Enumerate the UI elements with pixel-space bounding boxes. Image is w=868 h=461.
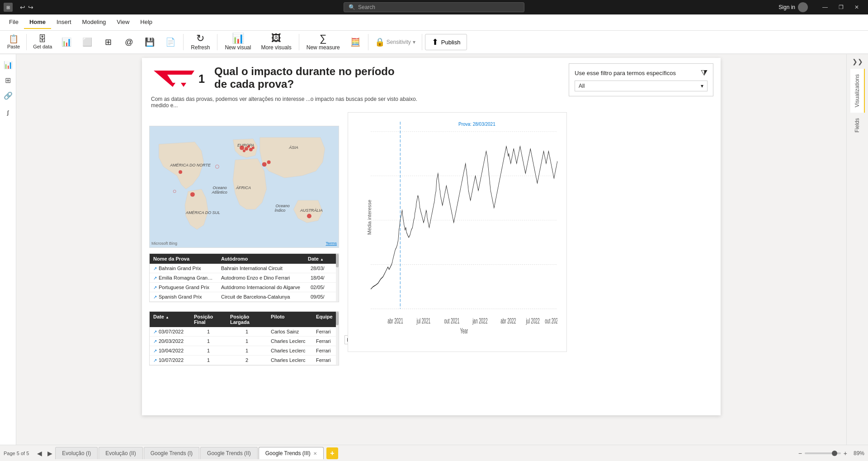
zoom-control: − + 89% <box>798 450 864 457</box>
undo-redo-group: ↩ ↪ <box>20 4 33 11</box>
sidebar-data-icon[interactable]: ⊞ <box>1 73 15 87</box>
th-nome: Nome da Prova <box>150 254 217 264</box>
sidebar-report-icon[interactable]: 📊 <box>1 58 15 71</box>
table-row: ↗10/04/2022 1 1 Charles Leclerc Ferrari <box>150 346 339 356</box>
more-visuals-button[interactable]: 🖼 More visuals <box>256 32 296 52</box>
svg-point-6 <box>247 145 250 148</box>
publish-button[interactable]: ⬆ Publish <box>425 34 467 50</box>
svg-point-11 <box>267 160 271 164</box>
trend-chart: Prova: 28/03/2021 Média interesse <box>348 112 567 352</box>
america-sul-label: AMÉRICA DO SUL <box>185 210 220 215</box>
paste-button[interactable]: 📋 Paste <box>4 33 24 51</box>
zoom-slider[interactable] <box>805 452 841 454</box>
tab-evolucao-1-label: Evolução (I) <box>62 450 91 456</box>
th2-pos-larg: Posição Largada <box>226 312 267 327</box>
table-icon: ⊞ <box>105 38 112 46</box>
svg-text:Atlântico: Atlântico <box>212 190 227 195</box>
world-map: AMÉRICA DO NORTE AMÉRICA DO SUL EUROPA Á… <box>150 126 339 247</box>
table-button[interactable]: ⊞ <box>98 36 118 48</box>
save-button[interactable]: 💾 <box>140 36 160 48</box>
prova-annotation: Prova: 28/03/2021 <box>457 121 497 128</box>
svg-point-8 <box>252 147 255 149</box>
table1-scrollbar[interactable] <box>336 254 339 302</box>
refresh-icon: ↻ <box>196 33 204 43</box>
tab-fields[interactable]: Fields <box>850 113 865 138</box>
connector-button[interactable]: @ <box>119 36 139 48</box>
new-measure-icon: ∑ <box>320 33 327 43</box>
map-terms-link[interactable]: Terms <box>326 241 337 246</box>
right-panel: ❯❯ Visualizations Fields <box>846 54 868 445</box>
separator-2 <box>183 34 184 50</box>
minimize-button[interactable]: — <box>817 2 833 12</box>
f1-logo: 1 <box>151 65 205 92</box>
undo-button[interactable]: ↩ <box>20 4 25 11</box>
tab-google-trends-3-label: Google Trends (III) <box>265 450 311 456</box>
menu-insert[interactable]: Insert <box>51 16 77 29</box>
separator-6 <box>422 34 422 50</box>
table-row: ↗03/07/2022 1 1 Carlos Sainz Ferrari <box>150 327 339 337</box>
search-box[interactable]: 🔍 Search <box>344 2 524 12</box>
app-icon: ⊞ <box>4 3 13 12</box>
svg-text:abr 2022: abr 2022 <box>500 317 516 325</box>
th2-pos-final: Posição Final <box>190 312 226 327</box>
sidebar-dax-icon[interactable]: ∫ <box>1 106 15 119</box>
svg-point-5 <box>245 147 248 151</box>
refresh-button[interactable]: ↻ Refresh <box>186 32 214 52</box>
sensitivity-button[interactable]: 🔒 Sensitivity ▾ <box>371 35 419 49</box>
table-row: ↗Portuguese Grand Prix Autódromo Interna… <box>150 283 339 292</box>
zoom-out-button[interactable]: − <box>798 450 802 457</box>
search-icon: 🔍 <box>349 4 355 10</box>
table2-scrollbar[interactable] <box>336 312 339 365</box>
menu-view[interactable]: View <box>111 16 135 29</box>
filter-value: All <box>579 83 585 89</box>
menu-help[interactable]: Help <box>135 16 158 29</box>
more-visuals-icon: 🖼 <box>271 33 281 43</box>
sign-in-text[interactable]: Sign in <box>778 4 795 10</box>
table-row: ↗20/03/2022 1 1 Charles Leclerc Ferrari <box>150 337 339 346</box>
menu-file[interactable]: File <box>4 16 24 29</box>
tab-evolucao-2[interactable]: Evolução (II) <box>99 447 142 459</box>
close-button[interactable]: ✕ <box>849 2 864 12</box>
template-button[interactable]: 📄 <box>160 36 180 48</box>
map-watermark: Microsoft Bing <box>151 241 177 246</box>
svg-text:Índico: Índico <box>274 208 285 213</box>
separator-5 <box>368 34 368 50</box>
sidebar-model-icon[interactable]: 🔗 <box>1 89 15 102</box>
next-page-button[interactable]: ▶ <box>45 448 55 459</box>
filter-header: Use esse filtro para termos específicos … <box>575 68 708 78</box>
table-row: ↗Spanish Grand Prix Circuit de Barcelona… <box>150 292 339 302</box>
tab-google-trends-1[interactable]: Google Trends (I) <box>144 447 199 459</box>
excel-button[interactable]: 📊 <box>57 36 76 48</box>
zoom-level: 89% <box>850 450 864 456</box>
redo-button[interactable]: ↪ <box>28 4 33 11</box>
maximize-button[interactable]: ❐ <box>833 2 849 12</box>
get-data-button[interactable]: 🗄 Get data <box>29 33 56 51</box>
tab-close-icon[interactable]: ✕ <box>313 451 317 456</box>
tab-evolucao-1[interactable]: Evolução (I) <box>55 447 98 459</box>
svg-point-9 <box>243 150 245 152</box>
new-measure-button[interactable]: ∑ New measure <box>302 32 344 52</box>
excel-icon: 📊 <box>61 38 71 46</box>
calc-icon: 🧮 <box>350 38 360 46</box>
th-auto: Autódromo <box>217 254 304 264</box>
dataflow-button[interactable]: ⬜ <box>77 36 97 48</box>
filter-dropdown[interactable]: All ▾ <box>575 81 708 91</box>
collapse-panel-button[interactable]: ❯❯ <box>849 54 867 69</box>
calculator-button[interactable]: 🧮 <box>345 36 365 48</box>
menu-home[interactable]: Home <box>24 16 51 29</box>
map-container: AMÉRICA DO NORTE AMÉRICA DO SUL EUROPA Á… <box>149 126 339 248</box>
menu-modeling[interactable]: Modeling <box>77 16 112 29</box>
races-table: Nome da Prova Autódromo Date ▲ ↗Bahrain … <box>149 253 339 302</box>
tab-google-trends-1-label: Google Trends (I) <box>151 450 193 456</box>
paste-icon: 📋 <box>9 35 19 43</box>
tab-google-trends-2[interactable]: Google Trends (II) <box>200 447 258 459</box>
save-icon: 💾 <box>145 38 155 46</box>
add-page-button[interactable]: + <box>326 447 338 459</box>
tab-google-trends-3[interactable]: Google Trends (III) ✕ <box>259 447 324 459</box>
tab-visualizations[interactable]: Visualizations <box>850 69 865 113</box>
zoom-in-button[interactable]: + <box>844 450 847 457</box>
svg-text:out 2021: out 2021 <box>444 317 459 325</box>
tab-google-trends-2-label: Google Trends (II) <box>207 450 251 456</box>
new-visual-button[interactable]: 📊 New visual <box>220 32 255 52</box>
prev-page-button[interactable]: ◀ <box>34 448 45 459</box>
